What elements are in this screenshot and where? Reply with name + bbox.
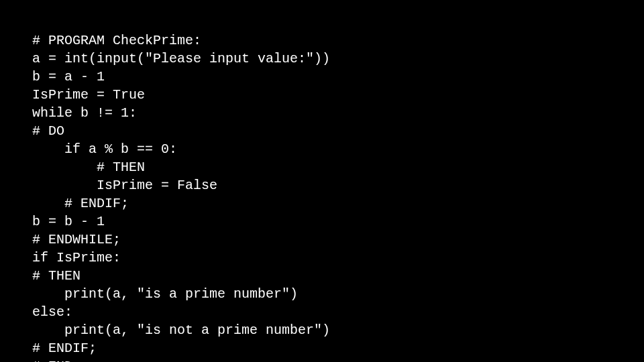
- code-line: IsPrime = False: [32, 178, 217, 193]
- code-line: print(a, "is not a prime number"): [32, 322, 330, 338]
- code-line: # PROGRAM CheckPrime:: [32, 33, 201, 48]
- code-line: if a % b == 0:: [32, 141, 177, 157]
- code-line: # END.: [32, 359, 80, 362]
- code-block: # PROGRAM CheckPrime: a = int(input("Ple…: [32, 13, 330, 362]
- code-line: b = a - 1: [32, 69, 105, 84]
- code-line: # THEN: [32, 268, 80, 284]
- code-line: # ENDIF;: [32, 196, 129, 211]
- code-line: # THEN: [32, 160, 145, 175]
- code-line: # ENDWHILE;: [32, 232, 121, 247]
- code-line: if IsPrime:: [32, 250, 121, 265]
- code-line: else:: [32, 304, 72, 320]
- code-line: IsPrime = True: [32, 87, 145, 103]
- code-line: print(a, "is a prime number"): [32, 286, 298, 302]
- code-line: # ENDIF;: [32, 341, 97, 356]
- code-line: while b != 1:: [32, 105, 137, 121]
- code-line: # DO: [32, 123, 64, 139]
- code-line: b = b - 1: [32, 214, 105, 229]
- code-line: a = int(input("Please input value:")): [32, 51, 330, 66]
